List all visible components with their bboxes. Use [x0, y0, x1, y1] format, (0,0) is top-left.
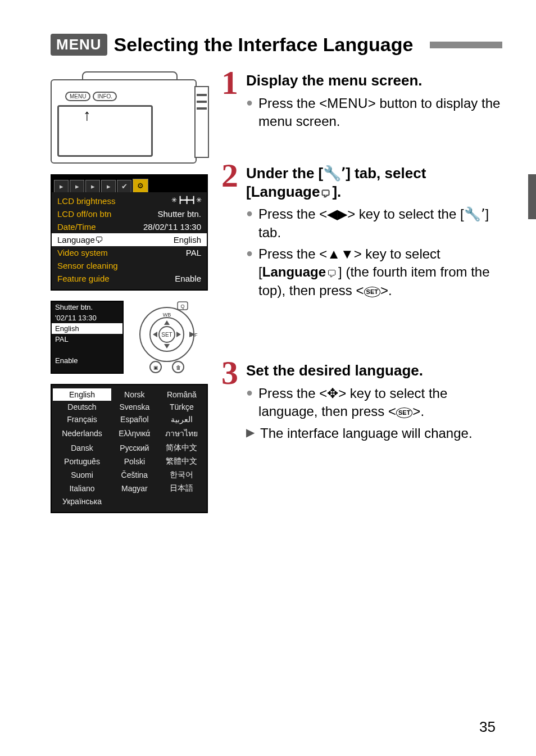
language-option: Čeština	[111, 468, 158, 482]
svg-marker-13	[164, 320, 170, 325]
language-option: Ελληνικά	[111, 425, 158, 441]
figures-column: MENU INFO. ↑ ▸▸▸▸✔⚙ LCD brightness✳ ┣━╋━…	[51, 71, 214, 523]
menu-row: Video systemPAL	[52, 246, 207, 259]
svg-marker-16	[176, 332, 181, 337]
left-right-arrows-icon: ◀▶	[327, 206, 347, 221]
language-option: Deutsch	[53, 401, 111, 413]
bullet-icon: ●	[246, 94, 253, 131]
language-option: Română	[158, 388, 206, 401]
language-option: 繁體中文	[158, 455, 206, 468]
menu-row: LCD brightness✳ ┣━╋━┫ ✳	[52, 194, 207, 207]
snippet-row: Shutter btn.	[52, 302, 122, 313]
menu-badge: MENU	[51, 34, 107, 56]
snippet-row: Enable	[52, 355, 122, 366]
snippet-row: '02/'11 13:30	[52, 313, 122, 323]
page-title: Selecting the Interface Language	[114, 34, 414, 56]
step-1: 1 Display the menu screen. ● Press the <…	[224, 71, 502, 130]
svg-text:🗑: 🗑	[176, 365, 181, 370]
menu-row: Feature guideEnable	[52, 272, 207, 285]
svg-marker-14	[164, 344, 170, 348]
title-bar	[430, 42, 502, 48]
step-heading: Under the [🔧ʼ] tab, select [Language🗩].	[246, 164, 502, 201]
svg-text:SET: SET	[161, 332, 172, 338]
menu-row: Language🗩English	[52, 233, 207, 246]
menu-tab: ⚙	[133, 179, 148, 192]
wrench-icon: 🔧	[323, 164, 341, 183]
menu-row: LCD off/on btnShutter btn.	[52, 207, 207, 220]
language-option: Svenska	[111, 401, 158, 413]
menu-screenshot: ▸▸▸▸✔⚙ LCD brightness✳ ┣━╋━┫ ✳LCD off/on…	[51, 174, 208, 291]
language-option	[158, 495, 206, 508]
language-option: Magyar	[111, 482, 158, 495]
language-option: English	[53, 388, 111, 401]
svg-text:▣: ▣	[153, 365, 158, 370]
step-number: 1	[221, 66, 238, 99]
language-option: Polski	[111, 455, 158, 468]
step-2: 2 Under the [🔧ʼ] tab, select [Language🗩]…	[224, 164, 502, 300]
step-text: Press the <✥> key to select the language…	[258, 384, 502, 421]
set-icon: SET	[396, 408, 412, 418]
language-option	[111, 495, 158, 508]
language-option: Português	[53, 455, 111, 468]
step-number: 3	[221, 356, 238, 390]
menu-button-label: MENU	[65, 92, 90, 101]
language-option: 한국어	[158, 468, 206, 482]
language-option: Українська	[53, 495, 111, 508]
svg-marker-15	[153, 332, 157, 337]
menu-tab: ▸	[85, 180, 100, 192]
svg-text:WB: WB	[163, 312, 171, 318]
language-option: 日本語	[158, 482, 206, 495]
svg-text:Q: Q	[180, 304, 184, 309]
menu-tab: ▸	[101, 180, 116, 192]
language-option: Español	[111, 413, 158, 425]
language-option: Nederlands	[53, 425, 111, 441]
step-text: Press the <MENU> button to display the m…	[258, 94, 502, 131]
step-heading: Set the desired language.	[246, 361, 502, 380]
language-option: Русский	[111, 441, 158, 455]
menu-row: Date/Time28/02/'11 13:30	[52, 220, 207, 233]
instructions-column: 1 Display the menu screen. ● Press the <…	[224, 71, 502, 523]
language-icon: 🗩	[320, 188, 332, 201]
bullet-icon: ●	[246, 245, 253, 300]
control-dial-illustration: SET WB AF Q ▣ 🗑	[130, 301, 203, 374]
step-heading: Display the menu screen.	[246, 71, 502, 90]
bullet-icon: ●	[246, 205, 253, 242]
step-3: 3 Set the desired language. ● Press the …	[224, 361, 502, 442]
language-option: Suomi	[53, 468, 111, 482]
up-down-arrows-icon: ▲▼	[327, 246, 354, 261]
set-icon: SET	[364, 287, 380, 297]
page-title-row: MENU Selecting the Interface Language	[51, 34, 502, 56]
step-text: Press the <▲▼> key to select [Language🗩]…	[258, 245, 502, 300]
wrench-icon: 🔧	[464, 205, 481, 223]
language-option: 简体中文	[158, 441, 206, 455]
dial-figure-row: Shutter btn.'02/'11 13:30EnglishPAL Enab…	[51, 301, 214, 374]
language-icon: 🗩	[326, 267, 338, 280]
language-option: Français	[53, 413, 111, 425]
language-option: Dansk	[53, 441, 111, 455]
menu-row: Sensor cleaning	[52, 259, 207, 272]
cross-arrows-icon: ✥	[327, 386, 338, 401]
snippet-row	[52, 345, 122, 355]
menu-tab: ✔	[117, 180, 131, 192]
menu-tab: ▸	[54, 180, 69, 192]
menu-tab: ▸	[70, 180, 84, 192]
snippet-row: PAL	[52, 334, 122, 345]
step-number: 2	[221, 159, 238, 192]
edge-tab	[528, 174, 536, 219]
page-number: 35	[479, 718, 496, 736]
bullet-icon: ●	[246, 384, 253, 421]
language-option: العربية	[158, 413, 206, 425]
menu-snippet: Shutter btn.'02/'11 13:30EnglishPAL Enab…	[51, 301, 124, 374]
snippet-row: English	[52, 323, 122, 334]
step-text: Press the <◀▶> key to select the [🔧ʼ] ta…	[258, 205, 502, 242]
language-option: Türkçe	[158, 401, 206, 413]
language-option: Italiano	[53, 482, 111, 495]
step-text: The interface language will change.	[260, 424, 473, 442]
camera-illustration: MENU INFO. ↑	[51, 71, 214, 164]
language-option: ภาษาไทย	[158, 425, 206, 441]
language-list-screenshot: EnglishNorskRomânăDeutschSvenskaTürkçeFr…	[51, 384, 208, 513]
language-option: Norsk	[111, 388, 158, 401]
triangle-bullet-icon: ▶	[246, 424, 255, 442]
up-arrow-icon: ↑	[83, 106, 91, 124]
info-button-label: INFO.	[93, 92, 117, 101]
